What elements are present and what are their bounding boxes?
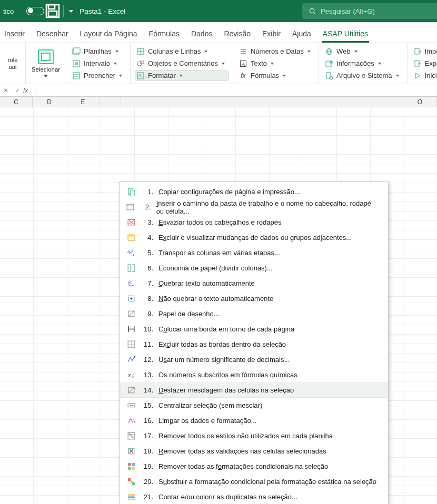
cell[interactable] bbox=[34, 363, 67, 372]
texto-button[interactable]: A Texto bbox=[237, 58, 314, 68]
cell[interactable] bbox=[0, 448, 34, 457]
cell[interactable] bbox=[34, 401, 67, 410]
cell[interactable] bbox=[34, 420, 67, 429]
cell[interactable] bbox=[135, 155, 168, 164]
cell[interactable] bbox=[168, 117, 202, 126]
cell[interactable] bbox=[67, 420, 101, 429]
cell[interactable] bbox=[67, 155, 101, 164]
cell[interactable] bbox=[404, 202, 437, 211]
cell[interactable] bbox=[303, 126, 337, 135]
cell[interactable] bbox=[67, 477, 101, 486]
cell[interactable] bbox=[0, 268, 34, 277]
cell[interactable] bbox=[404, 325, 437, 334]
grid-row[interactable] bbox=[0, 155, 437, 164]
cell[interactable] bbox=[404, 382, 437, 391]
cell[interactable] bbox=[0, 202, 34, 211]
cell[interactable] bbox=[303, 136, 337, 145]
cell[interactable] bbox=[371, 145, 404, 154]
cell[interactable] bbox=[404, 193, 437, 201]
tab-formulas[interactable]: Fórmulas bbox=[148, 24, 181, 43]
quick-access-dropdown-icon[interactable] bbox=[69, 10, 73, 13]
intervalo-button[interactable]: Intervalo bbox=[71, 58, 126, 68]
cell[interactable] bbox=[34, 477, 67, 486]
cell[interactable] bbox=[0, 467, 34, 476]
menu-item-2[interactable]: 2.Inserir o caminho da pasta de trabalho… bbox=[120, 199, 388, 215]
cell[interactable] bbox=[337, 164, 371, 173]
importar-button[interactable]: Importar bbox=[412, 46, 437, 56]
cell[interactable] bbox=[0, 297, 34, 306]
cell[interactable] bbox=[202, 107, 236, 116]
cancel-icon[interactable]: ✕ bbox=[0, 87, 12, 94]
cell[interactable] bbox=[67, 496, 101, 504]
cell[interactable] bbox=[0, 410, 34, 419]
col-e[interactable]: E bbox=[66, 97, 100, 107]
cell[interactable] bbox=[101, 126, 135, 135]
cell[interactable] bbox=[34, 458, 67, 467]
tab-dados[interactable]: Dados bbox=[190, 24, 213, 43]
exportar-button[interactable]: Exportar bbox=[412, 58, 437, 68]
cell[interactable] bbox=[0, 183, 34, 192]
cell[interactable] bbox=[34, 230, 67, 239]
cell[interactable] bbox=[135, 126, 168, 135]
web-button[interactable]: Web bbox=[323, 46, 403, 56]
col-o[interactable]: O bbox=[403, 97, 437, 107]
fx-icon[interactable]: fx bbox=[23, 87, 36, 94]
menu-item-19[interactable]: 19.Remover todas as formatações condicio… bbox=[120, 459, 388, 474]
cell[interactable] bbox=[34, 202, 67, 211]
cell[interactable] bbox=[404, 249, 437, 258]
cell[interactable] bbox=[34, 287, 67, 296]
cell[interactable] bbox=[236, 117, 270, 126]
grid-row[interactable] bbox=[0, 145, 437, 155]
cell[interactable] bbox=[34, 211, 67, 220]
cell[interactable] bbox=[0, 278, 34, 287]
cell[interactable] bbox=[34, 268, 67, 277]
cell[interactable] bbox=[34, 382, 67, 391]
cell[interactable] bbox=[168, 164, 202, 173]
cell[interactable] bbox=[34, 448, 67, 457]
cell[interactable] bbox=[0, 174, 34, 183]
cell[interactable] bbox=[337, 107, 371, 116]
cell[interactable] bbox=[101, 107, 135, 116]
cell[interactable] bbox=[404, 155, 437, 164]
cell[interactable] bbox=[236, 107, 270, 116]
cell[interactable] bbox=[0, 439, 34, 448]
cell[interactable] bbox=[404, 467, 437, 476]
menu-item-9[interactable]: 9.Papel de desenho... bbox=[120, 306, 388, 321]
cell[interactable] bbox=[34, 496, 67, 504]
menu-item-15[interactable]: 15.Centralizar seleção (sem mesclar) bbox=[120, 398, 388, 413]
cell[interactable] bbox=[67, 230, 101, 239]
cell[interactable] bbox=[0, 306, 34, 315]
cell[interactable] bbox=[404, 221, 437, 230]
cell[interactable] bbox=[202, 164, 236, 173]
cell[interactable] bbox=[404, 410, 437, 419]
cell[interactable] bbox=[337, 126, 371, 135]
grid-row[interactable] bbox=[0, 164, 437, 174]
cell[interactable] bbox=[236, 126, 270, 135]
cell[interactable] bbox=[34, 429, 67, 438]
tab-ajuda[interactable]: Ajuda bbox=[291, 24, 312, 43]
cell[interactable] bbox=[270, 107, 303, 116]
menu-item-6[interactable]: 6.Economia de papel (dividir colunas)... bbox=[120, 260, 388, 276]
menu-item-11[interactable]: 11.Excluir todas as bordas dentro da sel… bbox=[120, 337, 388, 352]
cell[interactable] bbox=[135, 164, 168, 173]
cell[interactable] bbox=[67, 164, 101, 173]
cell[interactable] bbox=[67, 316, 101, 325]
grid-row[interactable] bbox=[0, 126, 437, 136]
cell[interactable] bbox=[371, 164, 404, 173]
cell[interactable] bbox=[236, 155, 270, 164]
cell[interactable] bbox=[404, 107, 437, 116]
cell[interactable] bbox=[34, 439, 67, 448]
cell[interactable] bbox=[101, 164, 135, 173]
cell[interactable] bbox=[67, 117, 101, 126]
cell[interactable] bbox=[0, 391, 34, 400]
cell[interactable] bbox=[168, 107, 202, 116]
cell[interactable] bbox=[67, 202, 101, 211]
cell[interactable] bbox=[34, 467, 67, 476]
formulas-button[interactable]: fx Fórmulas bbox=[237, 70, 314, 80]
menu-item-21[interactable]: 21.Contar e/ou colorir as duplicatas na … bbox=[120, 489, 388, 504]
cell[interactable] bbox=[404, 335, 437, 344]
menu-item-20[interactable]: 20.Substituir a formatação condicional p… bbox=[120, 474, 388, 489]
cell[interactable] bbox=[0, 117, 34, 126]
formatar-button[interactable]: Formatar bbox=[135, 70, 229, 80]
cell[interactable] bbox=[67, 335, 101, 344]
